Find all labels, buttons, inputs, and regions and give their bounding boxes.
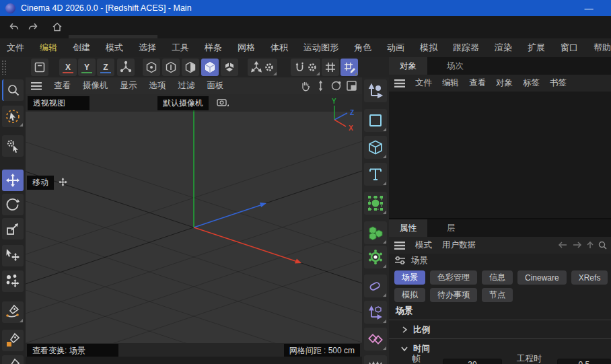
menu-help[interactable]: 帮助 [594, 42, 611, 54]
am-menu-mode[interactable]: 模式 [415, 240, 432, 251]
category-simulation-button[interactable]: 模拟 [394, 288, 425, 302]
category-scene-button[interactable]: 场景 [394, 270, 425, 285]
viewport-3d-canvas[interactable]: 透视视图 默认摄像机 Y Z X 移动 [26, 94, 362, 343]
axis-lock-x-button[interactable]: X [59, 59, 77, 76]
object-manager-list[interactable] [389, 92, 611, 218]
viewport-menu-display[interactable]: 显示 [120, 80, 137, 92]
menu-simulate[interactable]: 模拟 [420, 42, 437, 54]
menu-tools[interactable]: 工具 [172, 42, 189, 54]
view-name-label[interactable]: 透视视图 [28, 96, 89, 110]
project-duration-input[interactable]: 0.5 [557, 359, 611, 364]
subdivision-surface-button[interactable] [364, 192, 387, 215]
camera-icon[interactable] [217, 98, 230, 108]
redo-button[interactable] [26, 20, 40, 34]
menu-animate[interactable]: 动画 [387, 42, 404, 54]
cursor-transform-tool-button[interactable] [2, 245, 24, 266]
menu-spline[interactable]: 样条 [205, 42, 222, 54]
tweak-tool-button[interactable] [2, 135, 24, 157]
am-menu-userdata[interactable]: 用户数据 [442, 240, 476, 251]
object-manager-hamburger-icon[interactable] [394, 79, 405, 87]
section-scale[interactable]: 比例 [401, 322, 603, 337]
viewport-menu-filter[interactable]: 过滤 [178, 80, 195, 92]
spline-rectangle-button[interactable] [364, 109, 387, 132]
undo-button[interactable] [7, 20, 22, 34]
menu-create[interactable]: 创建 [73, 42, 90, 54]
cloner-button[interactable] [364, 246, 387, 268]
category-color-management-button[interactable]: 色彩管理 [430, 270, 477, 285]
tab-attributes[interactable]: 属性 [389, 219, 427, 237]
back-arrow-icon[interactable] [558, 241, 568, 249]
spline-pen-tool-button[interactable] [2, 301, 24, 323]
loop-gear-button[interactable] [291, 59, 320, 76]
grid-snap-button[interactable] [322, 59, 339, 76]
om-menu-bookmarks[interactable]: 书签 [550, 77, 567, 89]
tab-layers[interactable]: 层 [436, 219, 466, 237]
menu-character[interactable]: 角色 [354, 42, 371, 54]
motion-clip-button[interactable] [364, 355, 387, 364]
rotate-tool-button[interactable] [2, 194, 24, 215]
dolly-icon[interactable] [314, 79, 327, 92]
minimize-button[interactable]: — [579, 0, 599, 16]
camera-name-label[interactable]: 默认摄像机 [157, 96, 209, 110]
menu-mograph[interactable]: 运动图形 [303, 42, 338, 54]
volume-builder-button[interactable] [364, 221, 387, 244]
primitive-cube-button[interactable] [364, 136, 387, 159]
category-nodes-button[interactable]: 节点 [482, 288, 513, 302]
menu-extensions[interactable]: 扩展 [528, 42, 545, 54]
coordinates-button[interactable] [364, 79, 387, 102]
pose-gear-button[interactable] [248, 59, 277, 76]
category-cineware-button[interactable]: Cineware [517, 270, 567, 285]
category-xrefs-button[interactable]: XRefs [571, 270, 608, 285]
category-info-button[interactable]: 信息 [482, 270, 513, 285]
axis-lock-z-button[interactable]: Z [97, 59, 114, 76]
hex-point-mode-button[interactable] [143, 59, 160, 76]
toolbar-drag-handle[interactable] [1, 60, 7, 75]
viewport-menu-options[interactable]: 选项 [149, 80, 166, 92]
tab-objects[interactable]: 对象 [389, 57, 427, 75]
axis-lock-y-button[interactable]: Y [78, 59, 96, 76]
menu-tracker[interactable]: 跟踪器 [453, 42, 479, 54]
home-icon[interactable] [50, 20, 65, 34]
up-arrow-icon[interactable] [586, 241, 594, 249]
pan-hand-icon[interactable] [299, 79, 312, 92]
search-tool-button[interactable] [2, 79, 24, 101]
sketch-pen-tool-button[interactable] [2, 330, 24, 351]
tab-takes[interactable]: 场次 [436, 57, 474, 75]
attribute-manager-hamburger-icon[interactable] [394, 242, 405, 250]
xpresso-button[interactable] [364, 328, 387, 351]
viewport-menu-view[interactable]: 查看 [54, 80, 71, 92]
menu-render[interactable]: 渲染 [495, 42, 512, 54]
hex-edge-mode-button[interactable] [162, 59, 180, 76]
viewport-menu-panel[interactable]: 面板 [207, 80, 224, 92]
live-selection-tool-button[interactable] [2, 106, 24, 127]
hex-polygon-mode-button[interactable] [182, 59, 199, 76]
viewport-menu-cameras[interactable]: 摄像机 [83, 80, 108, 92]
forward-arrow-icon[interactable] [572, 241, 582, 249]
pen-cube-tool-button[interactable] [2, 355, 24, 364]
text-object-button[interactable] [364, 163, 387, 186]
asset-box-button[interactable] [31, 59, 48, 76]
menu-volume[interactable]: 体积 [271, 42, 288, 54]
field-axis-button[interactable] [364, 301, 387, 324]
om-menu-view[interactable]: 查看 [469, 77, 486, 89]
fracture-mode-button[interactable] [221, 59, 238, 76]
maximize-panel-icon[interactable] [345, 79, 358, 92]
deformer-button[interactable] [364, 275, 387, 297]
scale-tool-button[interactable] [2, 218, 24, 240]
grid-edit-button[interactable] [340, 59, 358, 76]
menu-edit[interactable]: 编辑 [40, 42, 57, 54]
framerate-input[interactable]: 30 [443, 359, 502, 364]
hex-model-mode-button[interactable] [201, 59, 219, 76]
search-icon[interactable] [598, 241, 607, 250]
simulate-move-tool-button[interactable] [2, 270, 24, 292]
category-todo-button[interactable]: 待办事项 [430, 288, 477, 302]
om-menu-edit[interactable]: 编辑 [442, 77, 459, 89]
menu-file[interactable]: 文件 [7, 42, 24, 54]
orbit-icon[interactable] [330, 79, 343, 92]
menu-mesh[interactable]: 网格 [238, 42, 255, 54]
section-time[interactable]: 时间 [401, 341, 603, 356]
menu-select[interactable]: 选择 [139, 42, 156, 54]
om-menu-tags[interactable]: 标签 [523, 77, 540, 89]
menu-window[interactable]: 窗口 [561, 42, 578, 54]
om-menu-objects[interactable]: 对象 [496, 77, 513, 89]
